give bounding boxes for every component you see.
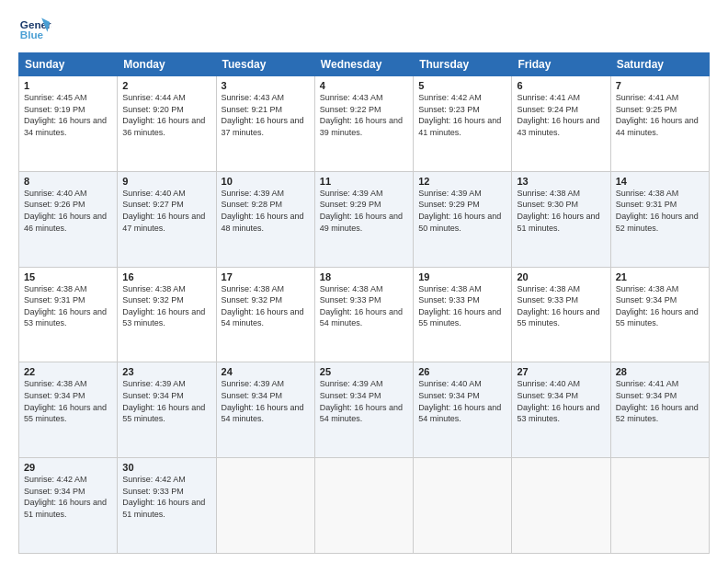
day-number: 17 — [222, 271, 310, 282]
weekday-header-friday: Friday — [512, 53, 610, 76]
calendar-cell: 27Sunrise: 4:40 AMSunset: 9:34 PMDayligh… — [512, 362, 610, 458]
calendar-cell: 21Sunrise: 4:38 AMSunset: 9:34 PMDayligh… — [610, 267, 709, 362]
day-number: 26 — [418, 366, 506, 377]
day-number: 2 — [122, 80, 210, 91]
day-number: 9 — [122, 176, 210, 187]
day-number: 18 — [320, 271, 408, 282]
day-info: Sunrise: 4:38 AMSunset: 9:33 PMDaylight:… — [320, 283, 408, 329]
day-info: Sunrise: 4:45 AMSunset: 9:19 PMDaylight:… — [24, 92, 112, 138]
logo: General Blue — [18, 14, 51, 47]
day-number: 5 — [418, 80, 506, 91]
weekday-header-row: SundayMondayTuesdayWednesdayThursdayFrid… — [19, 53, 710, 76]
calendar-cell: 22Sunrise: 4:38 AMSunset: 9:34 PMDayligh… — [19, 362, 118, 458]
week-row-5: 29Sunrise: 4:42 AMSunset: 9:34 PMDayligh… — [19, 458, 710, 554]
day-info: Sunrise: 4:39 AMSunset: 9:28 PMDaylight:… — [222, 188, 310, 234]
calendar-cell: 30Sunrise: 4:42 AMSunset: 9:33 PMDayligh… — [118, 458, 216, 554]
day-number: 30 — [122, 462, 210, 473]
day-info: Sunrise: 4:39 AMSunset: 9:29 PMDaylight:… — [418, 188, 506, 234]
calendar-cell: 24Sunrise: 4:39 AMSunset: 9:34 PMDayligh… — [216, 362, 314, 458]
calendar-cell: 16Sunrise: 4:38 AMSunset: 9:32 PMDayligh… — [118, 267, 216, 362]
day-info: Sunrise: 4:42 AMSunset: 9:33 PMDaylight:… — [122, 474, 210, 520]
day-number: 8 — [24, 176, 112, 187]
day-info: Sunrise: 4:43 AMSunset: 9:22 PMDaylight:… — [320, 92, 408, 138]
week-row-4: 22Sunrise: 4:38 AMSunset: 9:34 PMDayligh… — [19, 362, 710, 458]
day-number: 13 — [517, 176, 605, 187]
day-info: Sunrise: 4:38 AMSunset: 9:32 PMDaylight:… — [122, 283, 210, 329]
calendar-cell: 7Sunrise: 4:41 AMSunset: 9:25 PMDaylight… — [610, 76, 709, 172]
day-info: Sunrise: 4:44 AMSunset: 9:20 PMDaylight:… — [122, 92, 210, 138]
calendar-cell — [414, 458, 512, 554]
calendar-cell: 10Sunrise: 4:39 AMSunset: 9:28 PMDayligh… — [216, 171, 314, 267]
weekday-header-sunday: Sunday — [19, 53, 118, 76]
calendar-cell: 3Sunrise: 4:43 AMSunset: 9:21 PMDaylight… — [216, 76, 314, 172]
calendar-cell: 14Sunrise: 4:38 AMSunset: 9:31 PMDayligh… — [610, 171, 709, 267]
calendar-cell: 19Sunrise: 4:38 AMSunset: 9:33 PMDayligh… — [414, 267, 512, 362]
weekday-header-thursday: Thursday — [414, 53, 512, 76]
week-row-3: 15Sunrise: 4:38 AMSunset: 9:31 PMDayligh… — [19, 267, 710, 362]
day-info: Sunrise: 4:38 AMSunset: 9:34 PMDaylight:… — [616, 283, 704, 329]
day-info: Sunrise: 4:39 AMSunset: 9:34 PMDaylight:… — [222, 378, 310, 424]
calendar-cell: 23Sunrise: 4:39 AMSunset: 9:34 PMDayligh… — [118, 362, 216, 458]
calendar-cell: 2Sunrise: 4:44 AMSunset: 9:20 PMDaylight… — [118, 76, 216, 172]
calendar-cell: 15Sunrise: 4:38 AMSunset: 9:31 PMDayligh… — [19, 267, 118, 362]
calendar-cell — [314, 458, 413, 554]
calendar-cell: 29Sunrise: 4:42 AMSunset: 9:34 PMDayligh… — [19, 458, 118, 554]
calendar-cell: 9Sunrise: 4:40 AMSunset: 9:27 PMDaylight… — [118, 171, 216, 267]
day-info: Sunrise: 4:41 AMSunset: 9:34 PMDaylight:… — [616, 378, 704, 424]
calendar-cell: 26Sunrise: 4:40 AMSunset: 9:34 PMDayligh… — [414, 362, 512, 458]
day-number: 10 — [222, 176, 310, 187]
day-info: Sunrise: 4:39 AMSunset: 9:34 PMDaylight:… — [122, 378, 210, 424]
day-info: Sunrise: 4:38 AMSunset: 9:34 PMDaylight:… — [24, 378, 112, 424]
day-number: 29 — [24, 462, 112, 473]
day-number: 28 — [616, 366, 704, 377]
calendar-cell: 6Sunrise: 4:41 AMSunset: 9:24 PMDaylight… — [512, 76, 610, 172]
weekday-header-tuesday: Tuesday — [216, 53, 314, 76]
day-info: Sunrise: 4:41 AMSunset: 9:25 PMDaylight:… — [616, 92, 704, 138]
day-info: Sunrise: 4:40 AMSunset: 9:27 PMDaylight:… — [122, 188, 210, 234]
day-info: Sunrise: 4:39 AMSunset: 9:29 PMDaylight:… — [320, 188, 408, 234]
calendar-cell: 17Sunrise: 4:38 AMSunset: 9:32 PMDayligh… — [216, 267, 314, 362]
day-info: Sunrise: 4:41 AMSunset: 9:24 PMDaylight:… — [517, 92, 605, 138]
day-number: 23 — [122, 366, 210, 377]
day-info: Sunrise: 4:38 AMSunset: 9:33 PMDaylight:… — [517, 283, 605, 329]
calendar-cell — [512, 458, 610, 554]
day-info: Sunrise: 4:42 AMSunset: 9:23 PMDaylight:… — [418, 92, 506, 138]
calendar-cell — [216, 458, 314, 554]
calendar-cell: 18Sunrise: 4:38 AMSunset: 9:33 PMDayligh… — [314, 267, 413, 362]
day-number: 20 — [517, 271, 605, 282]
logo-icon: General Blue — [18, 14, 51, 47]
day-number: 19 — [418, 271, 506, 282]
calendar-cell: 11Sunrise: 4:39 AMSunset: 9:29 PMDayligh… — [314, 171, 413, 267]
day-info: Sunrise: 4:43 AMSunset: 9:21 PMDaylight:… — [222, 92, 310, 138]
day-number: 14 — [616, 176, 704, 187]
day-number: 15 — [24, 271, 112, 282]
day-number: 12 — [418, 176, 506, 187]
day-number: 16 — [122, 271, 210, 282]
day-number: 21 — [616, 271, 704, 282]
day-info: Sunrise: 4:39 AMSunset: 9:34 PMDaylight:… — [320, 378, 408, 424]
day-info: Sunrise: 4:38 AMSunset: 9:31 PMDaylight:… — [616, 188, 704, 234]
day-number: 3 — [222, 80, 310, 91]
day-number: 22 — [24, 366, 112, 377]
day-number: 25 — [320, 366, 408, 377]
day-number: 11 — [320, 176, 408, 187]
day-number: 6 — [517, 80, 605, 91]
calendar-cell: 25Sunrise: 4:39 AMSunset: 9:34 PMDayligh… — [314, 362, 413, 458]
week-row-2: 8Sunrise: 4:40 AMSunset: 9:26 PMDaylight… — [19, 171, 710, 267]
day-info: Sunrise: 4:38 AMSunset: 9:33 PMDaylight:… — [418, 283, 506, 329]
day-number: 7 — [616, 80, 704, 91]
calendar-cell: 12Sunrise: 4:39 AMSunset: 9:29 PMDayligh… — [414, 171, 512, 267]
day-info: Sunrise: 4:40 AMSunset: 9:34 PMDaylight:… — [517, 378, 605, 424]
day-number: 27 — [517, 366, 605, 377]
weekday-header-saturday: Saturday — [610, 53, 709, 76]
day-info: Sunrise: 4:38 AMSunset: 9:32 PMDaylight:… — [222, 283, 310, 329]
calendar-cell: 5Sunrise: 4:42 AMSunset: 9:23 PMDaylight… — [414, 76, 512, 172]
calendar-cell: 1Sunrise: 4:45 AMSunset: 9:19 PMDaylight… — [19, 76, 118, 172]
calendar-page: General Blue SundayMondayTuesdayWednesda… — [0, 0, 728, 563]
weekday-header-wednesday: Wednesday — [314, 53, 413, 76]
day-info: Sunrise: 4:40 AMSunset: 9:34 PMDaylight:… — [418, 378, 506, 424]
day-number: 4 — [320, 80, 408, 91]
svg-text:Blue: Blue — [20, 29, 44, 40]
week-row-1: 1Sunrise: 4:45 AMSunset: 9:19 PMDaylight… — [19, 76, 710, 172]
calendar-cell: 20Sunrise: 4:38 AMSunset: 9:33 PMDayligh… — [512, 267, 610, 362]
